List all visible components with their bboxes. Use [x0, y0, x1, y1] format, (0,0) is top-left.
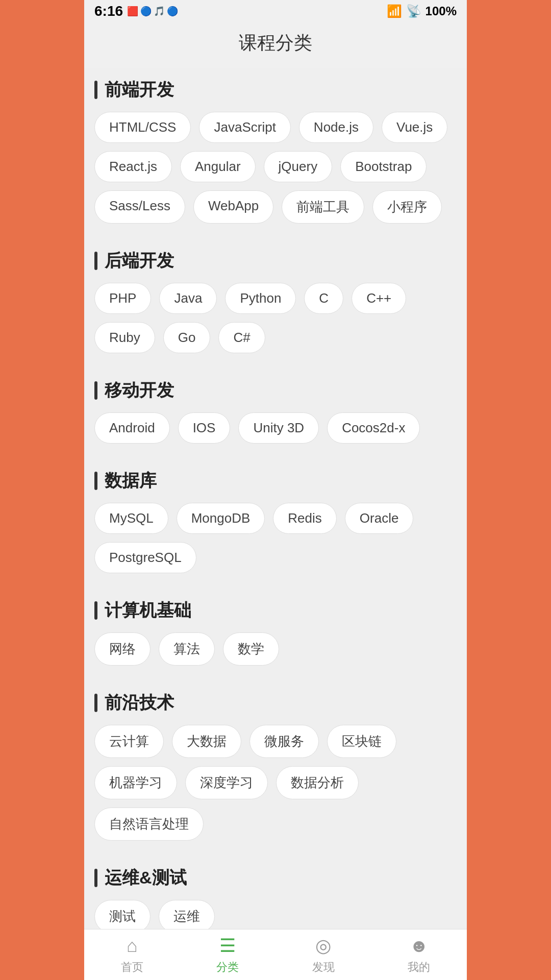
tag-frontier-3[interactable]: 区块链	[327, 725, 396, 758]
tags-container-frontend: HTML/CSSJavaScriptNode.jsVue.jsReact.jsA…	[94, 112, 457, 224]
section-title-bar-icon	[94, 81, 97, 99]
app-icon-1: 🔵	[140, 6, 152, 17]
tag-frontend-2[interactable]: Node.js	[299, 112, 373, 143]
discover-icon: ◎	[315, 935, 331, 957]
tag-database-4[interactable]: PostgreSQL	[94, 542, 196, 573]
section-title-bar-icon	[94, 601, 97, 620]
wifi-icon: 📶	[387, 4, 402, 18]
battery-label: 100%	[425, 4, 457, 18]
signal-icon: 📡	[406, 4, 421, 18]
tag-frontend-6[interactable]: jQuery	[264, 151, 333, 182]
tag-backend-0[interactable]: PHP	[94, 283, 151, 314]
tag-database-3[interactable]: Oracle	[345, 503, 414, 534]
app-icon-3: 🔵	[167, 6, 178, 17]
tag-frontier-2[interactable]: 微服务	[249, 725, 319, 758]
tag-frontend-1[interactable]: JavaScript	[199, 112, 290, 143]
tag-cs-basics-2[interactable]: 数学	[223, 632, 279, 666]
section-title-frontend: 前端开发	[94, 68, 457, 102]
tag-frontier-5[interactable]: 深度学习	[185, 766, 268, 799]
nav-discover-label: 发现	[312, 960, 335, 975]
tag-backend-2[interactable]: Python	[225, 283, 296, 314]
tag-frontend-9[interactable]: WebApp	[193, 190, 273, 224]
tag-frontier-6[interactable]: 数据分析	[276, 766, 359, 799]
tags-container-mobile: AndroidIOSUnity 3DCocos2d-x	[94, 412, 457, 444]
tag-frontend-11[interactable]: 小程序	[372, 190, 442, 224]
home-icon: ⌂	[127, 935, 138, 957]
section-title-bar-icon	[94, 381, 97, 400]
mine-icon: ☻	[409, 935, 429, 957]
tag-backend-4[interactable]: C++	[352, 283, 406, 314]
tag-database-2[interactable]: Redis	[273, 503, 336, 534]
section-title-bar-icon	[94, 472, 97, 490]
nav-category-label: 分类	[216, 960, 239, 975]
nav-mine-label: 我的	[408, 960, 430, 975]
status-time: 6:16	[94, 3, 123, 19]
section-title-text-cs-basics: 计算机基础	[105, 599, 191, 622]
bottom-nav: ⌂ 首页 ☰ 分类 ◎ 发现 ☻ 我的	[84, 929, 467, 980]
category-icon: ☰	[219, 935, 236, 957]
status-bar-right: 📶 📡 100%	[387, 4, 457, 18]
tag-frontier-1[interactable]: 大数据	[172, 725, 241, 758]
status-bar-left: 6:16 🟥 🔵 🎵 🔵	[94, 3, 178, 19]
content-area: 前端开发HTML/CSSJavaScriptNode.jsVue.jsReact…	[84, 68, 467, 980]
section-title-text-database: 数据库	[105, 469, 157, 493]
section-title-text-backend: 后端开发	[105, 249, 174, 273]
tag-mobile-2[interactable]: Unity 3D	[238, 412, 319, 444]
tag-database-0[interactable]: MySQL	[94, 503, 168, 534]
tag-frontend-3[interactable]: Vue.js	[382, 112, 447, 143]
tag-frontend-10[interactable]: 前端工具	[282, 190, 364, 224]
tag-cs-basics-0[interactable]: 网络	[94, 632, 151, 666]
tag-ops-test-0[interactable]: 测试	[94, 900, 151, 933]
tag-frontier-0[interactable]: 云计算	[94, 725, 164, 758]
status-icons: 🟥 🔵 🎵 🔵	[127, 6, 178, 17]
tags-container-cs-basics: 网络算法数学	[94, 632, 457, 666]
tag-mobile-0[interactable]: Android	[94, 412, 170, 444]
tag-backend-5[interactable]: Ruby	[94, 322, 155, 353]
nav-home[interactable]: ⌂ 首页	[84, 929, 180, 980]
tag-frontier-4[interactable]: 机器学习	[94, 766, 177, 799]
tag-backend-7[interactable]: C#	[218, 322, 265, 353]
tags-container-ops-test: 测试运维	[94, 900, 457, 933]
section-title-backend: 后端开发	[94, 239, 457, 273]
tag-backend-3[interactable]: C	[304, 283, 343, 314]
tag-mobile-3[interactable]: Cocos2d-x	[327, 412, 420, 444]
section-frontend: 前端开发HTML/CSSJavaScriptNode.jsVue.jsReact…	[94, 68, 457, 224]
nav-discover[interactable]: ◎ 发现	[276, 929, 371, 980]
tags-container-frontier: 云计算大数据微服务区块链机器学习深度学习数据分析自然语言处理	[94, 725, 457, 841]
tag-frontend-0[interactable]: HTML/CSS	[94, 112, 191, 143]
tag-frontend-5[interactable]: Angular	[180, 151, 256, 182]
section-title-database: 数据库	[94, 459, 457, 493]
section-title-mobile: 移动开发	[94, 369, 457, 402]
tag-frontend-7[interactable]: Bootstrap	[340, 151, 427, 182]
tag-frontend-4[interactable]: React.js	[94, 151, 172, 182]
status-bar: 6:16 🟥 🔵 🎵 🔵 📶 📡 100%	[84, 0, 467, 22]
nav-mine[interactable]: ☻ 我的	[371, 929, 467, 980]
section-title-text-frontier: 前沿技术	[105, 691, 174, 715]
mail-icon: 🟥	[127, 6, 138, 17]
tag-ops-test-1[interactable]: 运维	[159, 900, 215, 933]
tag-database-1[interactable]: MongoDB	[177, 503, 265, 534]
section-title-ops-test: 运维&测试	[94, 856, 457, 890]
section-title-bar-icon	[94, 869, 97, 887]
section-cs-basics: 计算机基础网络算法数学	[94, 589, 457, 666]
section-title-text-ops-test: 运维&测试	[105, 866, 187, 890]
tag-backend-1[interactable]: Java	[159, 283, 217, 314]
tag-frontier-7[interactable]: 自然语言处理	[94, 807, 204, 841]
section-ops-test: 运维&测试测试运维	[94, 856, 457, 933]
section-title-text-frontend: 前端开发	[105, 78, 174, 102]
app-icon-2: 🎵	[154, 6, 165, 17]
nav-category[interactable]: ☰ 分类	[180, 929, 276, 980]
nav-home-label: 首页	[121, 960, 143, 975]
tag-backend-6[interactable]: Go	[163, 322, 211, 353]
tag-cs-basics-1[interactable]: 算法	[159, 632, 215, 666]
tag-frontend-8[interactable]: Sass/Less	[94, 190, 185, 224]
tags-container-backend: PHPJavaPythonCC++RubyGoC#	[94, 283, 457, 353]
section-title-bar-icon	[94, 252, 97, 270]
section-title-cs-basics: 计算机基础	[94, 589, 457, 622]
page-title: 课程分类	[84, 22, 467, 68]
section-title-frontier: 前沿技术	[94, 681, 457, 715]
phone-wrapper: 6:16 🟥 🔵 🎵 🔵 📶 📡 100% 课程分类 前端开发HTML/CSSJ…	[84, 0, 467, 980]
tag-mobile-1[interactable]: IOS	[178, 412, 231, 444]
tags-container-database: MySQLMongoDBRedisOraclePostgreSQL	[94, 503, 457, 573]
section-title-bar-icon	[94, 694, 97, 712]
